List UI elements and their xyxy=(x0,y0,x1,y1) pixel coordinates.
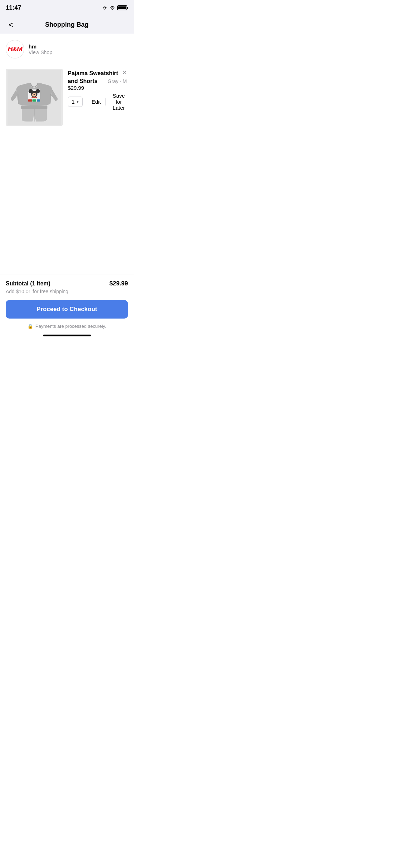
bottom-section: Subtotal (1 item) $29.99 Add $10.01 for … xyxy=(0,274,134,336)
chevron-down-icon: ▾ xyxy=(77,99,79,104)
shop-name: hm xyxy=(29,43,52,50)
quantity-selector[interactable]: 1 ▾ xyxy=(68,97,83,107)
subtotal-label: Subtotal (1 item) xyxy=(6,280,50,287)
view-shop-link[interactable]: View Shop xyxy=(29,50,52,55)
product-card: Pajama Sweatshirt and Shorts Gray · M $2… xyxy=(0,63,134,131)
main-content: H&M hm View Shop xyxy=(0,34,134,336)
status-bar: 11:47 ✈ xyxy=(0,0,134,16)
lock-icon: 🔒 xyxy=(27,324,33,329)
action-divider-2 xyxy=(105,98,106,105)
wifi-icon xyxy=(109,5,115,11)
subtotal-row: Subtotal (1 item) $29.99 xyxy=(6,280,128,287)
shipping-hint: Add $10.01 for free shipping xyxy=(6,289,128,294)
battery-icon xyxy=(117,5,127,10)
svg-point-3 xyxy=(29,89,33,93)
content-spacer xyxy=(0,131,134,274)
svg-point-4 xyxy=(36,89,40,93)
svg-rect-8 xyxy=(32,99,36,102)
airplane-icon: ✈ xyxy=(103,5,107,11)
status-icons: ✈ xyxy=(103,5,127,11)
edit-button[interactable]: Edit xyxy=(92,99,101,105)
remove-item-button[interactable]: ✕ xyxy=(120,68,129,77)
subtotal-amount: $29.99 xyxy=(109,280,128,287)
page-title: Shopping Bag xyxy=(45,21,89,29)
svg-rect-7 xyxy=(28,99,32,102)
checkout-button[interactable]: Proceed to Checkout xyxy=(6,300,128,319)
product-variant: Gray · M xyxy=(108,78,127,84)
secure-text: Payments are processed securely. xyxy=(35,324,106,329)
quantity-value: 1 xyxy=(72,99,74,105)
back-button[interactable]: < xyxy=(6,17,16,32)
secure-row: 🔒 Payments are processed securely. xyxy=(6,324,128,329)
product-image xyxy=(6,69,63,126)
hm-logo-text: H&M xyxy=(8,45,22,53)
home-indicator xyxy=(43,335,91,336)
status-time: 11:47 xyxy=(6,4,21,11)
product-info: Pajama Sweatshirt and Shorts Gray · M $2… xyxy=(68,69,128,111)
svg-rect-10 xyxy=(21,105,47,109)
shop-info: hm View Shop xyxy=(29,43,52,55)
action-divider-1 xyxy=(87,98,87,105)
svg-rect-9 xyxy=(37,99,40,102)
save-for-later-button[interactable]: Save for Later xyxy=(109,93,128,111)
svg-point-6 xyxy=(34,94,35,95)
shop-logo: H&M xyxy=(6,40,24,58)
product-price: $29.99 xyxy=(68,85,84,91)
product-actions: 1 ▾ Edit Save for Later xyxy=(68,93,128,111)
shop-row: H&M hm View Shop xyxy=(0,34,134,63)
page-header: < Shopping Bag xyxy=(0,16,134,34)
